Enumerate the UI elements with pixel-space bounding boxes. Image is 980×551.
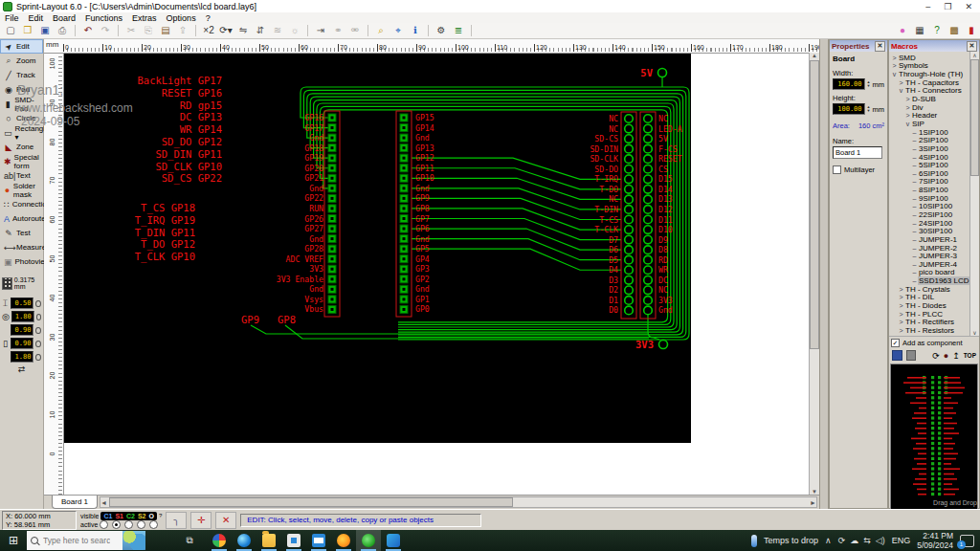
grid-setting-button[interactable]: 0.3175 mm	[2, 276, 41, 290]
weather-text[interactable]: Temps to drop	[764, 536, 818, 545]
adjust-icon[interactable]: ☼	[287, 24, 302, 37]
layer-visible-s2[interactable]: S2	[138, 512, 146, 520]
macro-flip-icon[interactable]: ●	[944, 351, 948, 361]
macro-item-10sip100[interactable]: –10SIP100	[889, 203, 970, 211]
macro-item-jumper-4[interactable]: –JUMPER-4	[889, 260, 970, 269]
macro-item-30sip100[interactable]: –30SIP100	[889, 227, 970, 235]
paste-icon[interactable]: ▤	[158, 24, 173, 37]
delete-icon[interactable]: ⇪	[175, 24, 190, 37]
close-macros-icon[interactable]: ✕	[967, 41, 977, 52]
layer-visible-c2[interactable]: C2	[126, 512, 135, 520]
tree-toggle-icon[interactable]: >	[898, 79, 904, 86]
save-icon[interactable]: ▣	[37, 24, 53, 37]
multilayer-checkbox[interactable]	[833, 165, 841, 174]
macro-item-jumper-3[interactable]: –JUMPER-3	[889, 252, 970, 260]
macro-item-jumper-1[interactable]: –JUMPER-1	[889, 235, 970, 244]
mirror-h-icon[interactable]: ⇋	[235, 24, 251, 37]
macro-item-th-capacitors[interactable]: >TH - Capacitors	[889, 78, 970, 87]
photoview-icon[interactable]: ●	[895, 24, 910, 37]
tree-toggle-icon[interactable]: v	[898, 87, 904, 94]
hidden-icons-chevron[interactable]: ∧	[825, 536, 832, 545]
macro-delete-icon[interactable]	[906, 350, 916, 361]
drc-icon[interactable]: ▩	[947, 24, 962, 37]
print-icon[interactable]: ⎙	[55, 24, 70, 37]
track-width-value[interactable]: 0.50	[11, 298, 33, 309]
mirror-v-icon[interactable]: ⇵	[253, 24, 268, 37]
layer-active-c1[interactable]	[100, 520, 108, 529]
tool-rectangle[interactable]: ▭Rectangle ▾	[0, 125, 43, 140]
macro-item-th-crystals[interactable]: >TH - Crystals	[889, 285, 970, 294]
tree-toggle-icon[interactable]: >	[898, 327, 904, 334]
macro-preview[interactable]: Drag and Drop	[890, 364, 978, 513]
duplicate-icon[interactable]: ×2	[201, 24, 216, 37]
layer-visible-c1[interactable]: C1	[103, 512, 112, 520]
macro-item-sip[interactable]: vSIP	[889, 120, 970, 128]
tree-toggle-icon[interactable]: >	[898, 286, 904, 293]
macro-item-5sip100[interactable]: –5SIP100	[889, 161, 970, 169]
macro-item-4sip100[interactable]: –4SIP100	[889, 153, 970, 162]
macro-rotate-icon[interactable]: ⟳	[932, 351, 940, 361]
tool-special-form[interactable]: ✱Special form	[0, 154, 43, 168]
tree-toggle-icon[interactable]: >	[898, 294, 904, 300]
macro-item-7sip100[interactable]: –7SIP100	[889, 178, 970, 187]
open-icon[interactable]: ❒	[20, 24, 35, 37]
menu-edit[interactable]: Edit	[24, 13, 49, 23]
layer-visible-o[interactable]: O	[148, 512, 153, 520]
menu-extras[interactable]: Extras	[127, 13, 162, 23]
menu-functions[interactable]: Functions	[80, 13, 127, 23]
tree-toggle-icon[interactable]: >	[898, 311, 904, 318]
tool-track[interactable]: ╱Track	[0, 68, 43, 82]
taskbar-app-photos[interactable]	[381, 530, 406, 551]
pad-size-control[interactable]: ◎ 1.80	[2, 311, 41, 322]
macro-save-icon[interactable]	[892, 350, 902, 361]
macro-item-th-dil[interactable]: >TH - DIL	[889, 294, 970, 302]
layer-active-c2[interactable]	[124, 520, 133, 529]
tree-toggle-icon[interactable]: v	[904, 121, 911, 127]
swap-dimensions-icon[interactable]: ⇄	[2, 364, 41, 374]
tree-toggle-icon[interactable]: >	[904, 104, 911, 111]
cut-icon[interactable]: ✂	[123, 24, 139, 37]
tree-toggle-icon[interactable]: >	[904, 112, 911, 119]
track-width-control[interactable]: ⌶ 0.50	[2, 298, 41, 309]
no-grid-icon[interactable]: ✕	[215, 512, 236, 529]
layer-active-s2[interactable]	[137, 520, 145, 529]
panel-f1-icon[interactable]: ▦	[912, 24, 927, 37]
layer-active-s1[interactable]	[112, 520, 121, 529]
minimize-button[interactable]: –	[925, 2, 930, 11]
bend-mode-icon[interactable]: ╮	[166, 512, 187, 529]
maximize-button[interactable]: ❐	[944, 2, 951, 11]
macro-item-div[interactable]: >Div	[889, 103, 970, 112]
tool-zoom[interactable]: ⌕Zoom	[0, 54, 43, 68]
menu-file[interactable]: File	[0, 13, 24, 23]
tree-toggle-icon[interactable]: >	[898, 319, 904, 325]
language-indicator[interactable]: ENG	[892, 536, 911, 545]
width-spinner[interactable]: ▲▼	[867, 80, 871, 88]
pcb-board[interactable]: GP16GP17GndGP18GP19GP20GP21GndGP22RUNGP2…	[63, 53, 691, 443]
height-spinner[interactable]: ▲▼	[867, 105, 871, 113]
macro-item-22sip100[interactable]: –22SIP100	[889, 210, 970, 219]
macro-item-1sip100[interactable]: –1SIP100	[889, 128, 970, 137]
board-height-field[interactable]: 100.00	[833, 103, 865, 115]
taskbar-app-file-explorer[interactable]	[256, 530, 281, 551]
macro-item-jumper-2[interactable]: –JUMPER-2	[889, 244, 970, 253]
track-width-list-button[interactable]	[35, 300, 41, 307]
zoom-tool-icon[interactable]: ⌕	[373, 24, 389, 37]
taskbar-app-mail[interactable]	[306, 530, 331, 551]
redo-icon[interactable]: ↷	[98, 24, 113, 37]
crosshair-icon[interactable]: ✛	[190, 512, 212, 529]
macro-item-pico-board[interactable]: –pico board	[889, 269, 970, 277]
onedrive-cloud-icon[interactable]: ☁	[850, 536, 858, 545]
macro-item-d-sub[interactable]: >D-SUB	[889, 95, 970, 103]
taskbar-search[interactable]	[27, 531, 145, 550]
clock[interactable]: 2:41 PM 5/09/2024	[917, 531, 953, 550]
tree-toggle-icon[interactable]: v	[891, 71, 898, 77]
menu-options[interactable]: Options	[162, 13, 201, 23]
start-button[interactable]: ⊞	[0, 530, 27, 551]
macros-scrollbar[interactable]: ∧∨	[969, 52, 979, 336]
help-icon[interactable]: ?	[929, 24, 945, 37]
tool-photoview[interactable]: ▣Photoview	[0, 254, 43, 269]
macro-item-th-resistors[interactable]: >TH - Resistors	[889, 326, 970, 335]
taskbar-app-browser-colorful[interactable]	[207, 530, 232, 551]
macro-item-smd[interactable]: >SMD	[889, 54, 970, 62]
snap-icon[interactable]: ⌖	[390, 24, 406, 37]
